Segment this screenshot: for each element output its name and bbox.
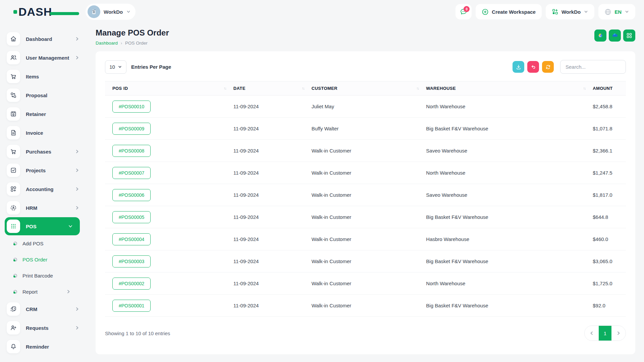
pos-id-badge[interactable]: #POS00007 bbox=[112, 167, 151, 179]
language-selector[interactable]: EN bbox=[598, 4, 635, 19]
search-input[interactable] bbox=[560, 60, 626, 74]
page-number-active[interactable]: 1 bbox=[599, 326, 611, 341]
sidebar-item-purchases[interactable]: Purchases bbox=[0, 142, 87, 161]
grid-plus-icon bbox=[10, 186, 17, 192]
cell-amount: $3,065.0 bbox=[589, 250, 626, 273]
create-workspace-button[interactable]: Create Workspace bbox=[476, 4, 542, 19]
cell-warehouse: Big Basket F&V Warehouse bbox=[423, 250, 589, 273]
sidebar-item-user-management[interactable]: User Management bbox=[0, 48, 87, 67]
breadcrumb-current: POS Order bbox=[125, 41, 148, 46]
sidebar-item-accounting[interactable]: Accounting bbox=[0, 180, 87, 198]
cell-customer: Walk-in Customer bbox=[308, 250, 423, 273]
table-row[interactable]: #POS00002 11-09-2024 Walk-in Customer No… bbox=[105, 273, 626, 295]
chevron-down-icon bbox=[118, 65, 122, 69]
cell-warehouse: North Warehouse bbox=[423, 273, 589, 295]
retainer-icon bbox=[10, 111, 17, 117]
entries-per-page-select[interactable]: 10 bbox=[105, 60, 126, 74]
table-row[interactable]: #POS00006 11-09-2024 Walk-in Customer Sa… bbox=[105, 184, 626, 206]
sort-icon[interactable]: ↑↓ bbox=[224, 86, 226, 90]
sidebar-subitem-report[interactable]: Report bbox=[0, 284, 87, 300]
next-page-button[interactable] bbox=[611, 326, 626, 341]
chevron-right-icon bbox=[74, 149, 80, 154]
proposal-icon bbox=[10, 92, 17, 99]
sidebar-item-crm[interactable]: CRM bbox=[0, 300, 87, 318]
sidebar-subitem-add-pos[interactable]: Add POS bbox=[0, 235, 87, 251]
sidebar-item-projects[interactable]: Projects bbox=[0, 161, 87, 180]
pos-order-card: 10 Entries Per Page bbox=[96, 51, 635, 354]
column-header-warehouse[interactable]: WAREHOUSE ↑↓ bbox=[423, 81, 589, 96]
column-header-pos-id[interactable]: POS ID ↑↓ bbox=[105, 81, 230, 96]
table-row[interactable]: #POS00003 11-09-2024 Walk-in Customer Bi… bbox=[105, 250, 626, 273]
sidebar-item-retainer[interactable]: Retainer bbox=[0, 105, 87, 123]
column-header-amount[interactable]: AMOUNT bbox=[589, 81, 626, 96]
column-header-customer[interactable]: CUSTOMER ↑↓ bbox=[308, 81, 423, 96]
workspace-dropdown-label: WorkDo bbox=[561, 9, 581, 15]
pos-id-badge[interactable]: #POS00009 bbox=[112, 123, 151, 135]
table-row[interactable]: #POS00010 11-09-2024 Juliet May North Wa… bbox=[105, 96, 626, 118]
pos-id-badge[interactable]: #POS00006 bbox=[112, 189, 151, 201]
cell-amount: $1,071.8 bbox=[589, 118, 626, 140]
pos-id-badge[interactable]: #POS00008 bbox=[112, 145, 151, 157]
sidebar-item-pos[interactable]: POS bbox=[5, 217, 80, 235]
sort-icon[interactable]: ↑↓ bbox=[416, 86, 419, 90]
sidebar-item-invoice[interactable]: Invoice bbox=[0, 123, 87, 142]
workspace-selector[interactable]: WorkDo bbox=[86, 4, 136, 20]
google-drive-button[interactable] bbox=[594, 29, 606, 42]
previous-page-button[interactable] bbox=[585, 326, 599, 341]
sidebar-subitem-pos-order[interactable]: POS Order bbox=[0, 251, 87, 267]
grid-view-button[interactable] bbox=[623, 29, 635, 42]
refresh-button[interactable] bbox=[542, 61, 554, 73]
cell-amount: $460.0 bbox=[589, 228, 626, 250]
table-row[interactable]: #POS00007 11-09-2024 Walk-in Customer No… bbox=[105, 162, 626, 184]
breadcrumb: Dashboard › POS Order bbox=[96, 41, 169, 46]
breadcrumb-dashboard-link[interactable]: Dashboard bbox=[96, 41, 118, 46]
sidebar-item-dashboard[interactable]: Dashboard bbox=[0, 29, 87, 48]
globe-icon bbox=[604, 8, 611, 15]
cell-date: 11-09-2024 bbox=[230, 184, 308, 206]
logo-dot bbox=[13, 10, 17, 14]
create-workspace-label: Create Workspace bbox=[492, 9, 536, 15]
dots-grid-icon bbox=[10, 223, 17, 230]
sort-icon[interactable]: ↑↓ bbox=[583, 86, 585, 90]
pos-id-badge[interactable]: #POS00002 bbox=[112, 278, 151, 290]
onedrive-button[interactable] bbox=[609, 29, 621, 42]
refresh-icon bbox=[545, 64, 551, 70]
pos-id-badge[interactable]: #POS00001 bbox=[112, 300, 151, 312]
workspace-dropdown[interactable]: WorkDo bbox=[546, 4, 594, 19]
chevron-right-icon bbox=[74, 186, 80, 192]
cart-icon bbox=[10, 148, 17, 155]
onedrive-icon bbox=[611, 32, 619, 39]
table-row[interactable]: #POS00008 11-09-2024 Walk-in Customer Sa… bbox=[105, 140, 626, 162]
sort-icon[interactable]: ↑↓ bbox=[302, 86, 304, 90]
sidebar-item-proposal[interactable]: Proposal bbox=[0, 86, 87, 105]
table-row[interactable]: #POS00005 11-09-2024 Walk-in Customer Bi… bbox=[105, 206, 626, 228]
sidebar-item-hrm[interactable]: HRM bbox=[0, 198, 87, 217]
pos-id-badge[interactable]: #POS00010 bbox=[112, 101, 151, 113]
cell-amount: $2,458.8 bbox=[589, 96, 626, 118]
messages-button[interactable]: 0 bbox=[455, 4, 472, 19]
sidebar: Dashboard User Management Items P bbox=[0, 23, 87, 362]
sidebar-item-reminder[interactable]: Reminder bbox=[0, 337, 87, 356]
chevron-down-icon bbox=[68, 224, 73, 229]
building-icon bbox=[91, 8, 97, 15]
user-plus-icon bbox=[10, 324, 17, 331]
sidebar-item-items[interactable]: Items bbox=[0, 67, 87, 86]
sidebar-item-requests[interactable]: Requests bbox=[0, 318, 87, 337]
app-logo[interactable]: DASH bbox=[13, 6, 86, 17]
pos-id-badge[interactable]: #POS00004 bbox=[112, 233, 151, 245]
home-icon bbox=[10, 36, 17, 42]
grid-icon bbox=[626, 33, 632, 39]
sidebar-subitem-print-barcode[interactable]: Print Barcode bbox=[0, 267, 87, 284]
table-row[interactable]: #POS00009 11-09-2024 Buffy Walter Big Ba… bbox=[105, 118, 626, 140]
table-row[interactable]: #POS00001 11-09-2024 Walk-in Customer Bi… bbox=[105, 295, 626, 317]
table-row[interactable]: #POS00004 11-09-2024 Walk-in Customer Ha… bbox=[105, 228, 626, 250]
submenu-bullet-icon bbox=[13, 290, 17, 294]
pos-id-badge[interactable]: #POS00005 bbox=[112, 211, 151, 223]
column-header-date[interactable]: DATE ↑↓ bbox=[230, 81, 308, 96]
logo-dash-bar bbox=[50, 12, 79, 15]
cell-warehouse: Saveo Warehouse bbox=[423, 184, 589, 206]
chevron-right-icon bbox=[74, 55, 80, 60]
reset-undo-button[interactable] bbox=[527, 61, 539, 73]
export-download-button[interactable] bbox=[513, 61, 524, 73]
pos-id-badge[interactable]: #POS00003 bbox=[112, 255, 151, 267]
